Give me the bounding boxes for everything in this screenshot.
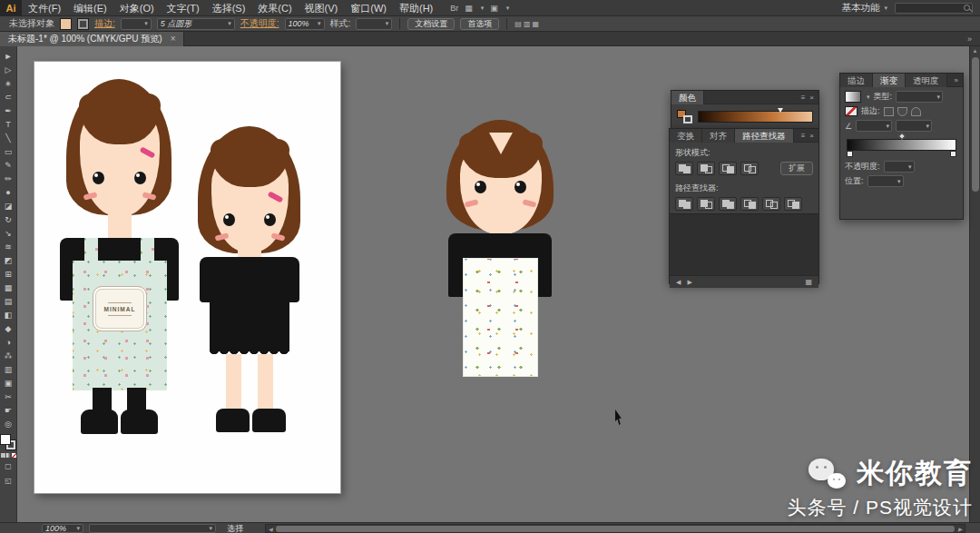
draw-mode-button[interactable]: ▢ [1,460,16,472]
close-icon[interactable]: × [809,132,814,140]
menu-item[interactable]: 文件(F) [22,0,67,16]
rotate-tool[interactable]: ↻ [1,212,16,226]
tab-align[interactable]: 对齐 [702,129,735,143]
close-icon[interactable]: × [809,94,814,102]
dropdown-icon[interactable]: ▾ [506,5,510,12]
gradient-location-field[interactable]: ▾ [867,175,904,187]
horizontal-scroll-thumb[interactable] [276,526,955,532]
gradient-none-swatch[interactable] [845,106,858,116]
brush-preset-select[interactable]: 5 点圆形▾ [157,18,235,30]
opacity-select[interactable]: 100%▾ [285,18,325,30]
menu-item[interactable]: 效果(C) [251,0,298,16]
tab-gradient[interactable]: 渐变 [873,74,906,87]
panel-next-icon[interactable]: ▶ [687,279,691,286]
slice-tool[interactable]: ✂ [1,390,16,403]
gradient-midpoint-handle[interactable] [897,133,905,140]
arrange-documents-icon[interactable]: ▦ [465,4,473,13]
width-tool[interactable]: ≋ [1,240,16,253]
vertical-scrollbar[interactable]: ▲ [969,46,980,522]
collapse-dock-icon[interactable]: » [967,35,980,44]
girl2-right-shoe[interactable] [252,409,286,432]
close-icon[interactable]: × [171,34,176,44]
direct-selection-tool[interactable]: ▷ [1,63,16,76]
expand-button[interactable]: 扩展 [780,162,813,175]
menu-item[interactable]: 对象(O) [113,0,161,16]
menu-item[interactable]: 视图(V) [299,0,345,16]
collapse-panel-icon[interactable]: » [955,76,963,84]
selection-tool[interactable]: ► [1,49,16,63]
panel-prev-icon[interactable]: ◀ [676,279,681,286]
tab-stroke[interactable]: 描边 [840,74,873,87]
girl2-right-leg[interactable] [258,354,273,410]
divide-button[interactable] [675,197,693,211]
gradient-stop-right[interactable] [950,151,956,157]
girl1-left-shoe[interactable] [81,410,118,434]
girl3-right-eye[interactable] [514,181,526,193]
stroke-gradient-along-icon[interactable] [897,107,907,116]
gradient-ramp[interactable] [847,139,956,151]
merge-button[interactable] [719,197,737,211]
none-button[interactable] [12,453,16,458]
intersect-button[interactable] [719,162,737,175]
stroke-color-swatch[interactable] [77,18,89,30]
panel-grid-icon[interactable]: ▦ [805,278,812,286]
outline-button[interactable] [762,197,780,211]
crop-button[interactable] [740,197,759,211]
document-tab[interactable]: 未标题-1* @ 100% (CMYK/GPU 预览) × [0,32,184,46]
girl2-left-shoe[interactable] [216,409,250,432]
vertical-scroll-thumb[interactable] [972,57,979,192]
scale-tool[interactable]: ↘ [1,226,16,240]
tab-transparency[interactable]: 透明度 [906,74,947,87]
layouts-icon[interactable]: ▣ [490,4,498,13]
paintbrush-tool[interactable]: ✎ [1,158,16,172]
symbol-sprayer-tool[interactable]: ⁂ [1,349,16,362]
menu-item[interactable]: 文字(T) [161,0,206,16]
horizontal-scrollbar[interactable]: ◀ ▶ [265,524,965,533]
stroke-weight-label[interactable]: 描边: [94,17,115,30]
girl2-left-leg[interactable] [226,354,241,410]
preferences-button[interactable]: 首选项 [460,18,499,30]
color-stroke-swatch[interactable] [683,115,692,123]
tab-color[interactable]: 颜色 [671,91,704,104]
app-logo[interactable]: Ai [0,0,22,16]
menu-item[interactable]: 选择(S) [206,0,252,16]
fill-swatch[interactable] [1,435,10,444]
girl3-left-eye[interactable] [475,181,486,193]
panel-options-icon[interactable]: ≡ [801,132,806,140]
blend-tool[interactable]: ◑ [1,335,16,349]
girl2-right-eye[interactable] [264,213,276,226]
girl1-left-eye[interactable] [93,172,104,184]
unite-button[interactable] [675,162,693,175]
workspace-switcher[interactable]: 基本功能 ▾ [841,2,887,15]
rectangle-tool[interactable]: ▭ [1,144,16,158]
girl3-floral-skirt[interactable] [463,258,538,377]
scroll-right-icon[interactable]: ▶ [956,526,965,532]
screen-mode-button[interactable]: ◱ [1,475,16,487]
search-input[interactable] [895,3,973,14]
girl1-right-shoe[interactable] [121,410,158,434]
zoom-tool[interactable]: ◎ [1,417,16,430]
stroke-gradient-across-icon[interactable] [911,107,921,116]
exclude-button[interactable] [740,162,759,175]
color-spectrum-slider[interactable] [698,111,813,123]
color-panel-header[interactable]: 颜色 ≡ × [671,91,818,104]
color-slider-handle[interactable] [778,108,783,113]
type-tool[interactable]: T [1,117,16,131]
shape-builder-tool[interactable]: ⊞ [1,267,16,281]
scroll-left-icon[interactable]: ◀ [266,526,275,532]
line-segment-tool[interactable]: ╲ [1,131,16,144]
gradient-tool[interactable]: ◧ [1,308,16,321]
menu-item[interactable]: 编辑(E) [67,0,113,16]
blob-brush-tool[interactable]: ● [1,185,16,199]
scroll-up-icon[interactable]: ▲ [973,46,978,55]
artboard-nav-select[interactable]: ▾ [89,524,216,533]
color-button[interactable] [1,453,5,458]
girl1-right-eye[interactable] [134,172,146,184]
pen-tool[interactable]: ✒ [1,104,16,117]
artboard-tool[interactable]: ▣ [1,376,16,390]
gradient-stop-left[interactable] [847,151,853,157]
girl1-apron-label[interactable]: MINIMAL [93,286,147,331]
pencil-tool[interactable]: ✏ [1,172,16,185]
minus-front-button[interactable] [697,162,715,175]
mesh-tool[interactable]: ▤ [1,294,16,308]
